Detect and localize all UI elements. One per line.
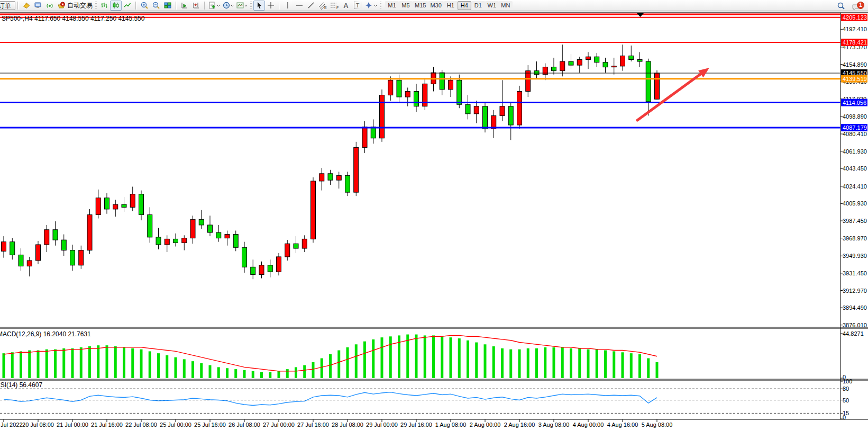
add-indicator-icon bbox=[208, 1, 220, 10]
chart-canvas[interactable]: 4192.4104173.3704154.8904136.4104117.920… bbox=[0, 0, 868, 430]
cursor-tool-button[interactable] bbox=[253, 1, 265, 11]
auto-scroll-button[interactable] bbox=[179, 1, 190, 11]
tile-windows-button[interactable] bbox=[162, 1, 173, 11]
trendline-icon bbox=[307, 1, 315, 10]
terminal-button[interactable] bbox=[32, 1, 44, 11]
vline-tool-button[interactable] bbox=[282, 1, 294, 11]
tab-timeframe-H4[interactable]: H4 bbox=[458, 1, 471, 10]
autotrade-button[interactable]: 自动交易 bbox=[56, 1, 94, 11]
svg-text:4024.410: 4024.410 bbox=[843, 183, 867, 190]
hline-icon bbox=[295, 1, 304, 10]
zoom-out-button[interactable] bbox=[150, 1, 162, 11]
order-button[interactable]: 订单 bbox=[0, 1, 15, 10]
timeframe-group: M1M5M15M30H1H4D1W1MN bbox=[385, 1, 513, 10]
tab-timeframe-W1[interactable]: W1 bbox=[485, 1, 499, 10]
label-tool-icon: T bbox=[354, 2, 362, 9]
channel-letter: E bbox=[324, 6, 327, 10]
toolbar-grip bbox=[250, 2, 252, 10]
zoom-out-icon bbox=[152, 1, 160, 10]
tab-timeframe-D1[interactable]: D1 bbox=[471, 1, 485, 10]
svg-text:27 Jul 16:00: 27 Jul 16:00 bbox=[297, 422, 329, 428]
chart-shift-icon bbox=[192, 1, 200, 10]
period-button[interactable] bbox=[221, 1, 235, 11]
zoom-in-button[interactable] bbox=[139, 1, 150, 11]
trendline-tool-button[interactable] bbox=[305, 1, 317, 11]
toolbar-grip bbox=[380, 2, 381, 10]
bar-chart-icon bbox=[100, 1, 108, 10]
chart-shift-button[interactable] bbox=[190, 1, 202, 11]
svg-text:2 Aug 00:00: 2 Aug 00:00 bbox=[470, 422, 501, 428]
toolbar-right-group: 1 bbox=[835, 1, 865, 11]
svg-text:3949.930: 3949.930 bbox=[843, 253, 867, 259]
add-indicator-button[interactable] bbox=[207, 1, 221, 11]
fibo-letter: F bbox=[336, 6, 339, 10]
tab-timeframe-M5[interactable]: M5 bbox=[399, 1, 413, 10]
crosshair-tool-button[interactable] bbox=[265, 1, 277, 11]
template-button[interactable] bbox=[235, 1, 249, 11]
search-button[interactable] bbox=[835, 1, 847, 11]
candlestick-icon bbox=[112, 1, 120, 10]
svg-text:4043.450: 4043.450 bbox=[843, 165, 867, 172]
svg-text:3987.450: 3987.450 bbox=[843, 218, 867, 224]
signals-button[interactable] bbox=[44, 1, 56, 11]
tab-timeframe-M30[interactable]: M30 bbox=[428, 1, 443, 10]
tab-timeframe-H1[interactable]: H1 bbox=[444, 1, 458, 10]
text-tool-button[interactable]: A bbox=[340, 1, 352, 11]
svg-text:1 Aug 08:00: 1 Aug 08:00 bbox=[435, 422, 467, 428]
equidistant-channel-icon: E bbox=[318, 1, 327, 10]
search-icon bbox=[837, 2, 845, 10]
vline-icon bbox=[284, 1, 292, 10]
svg-text:5 Aug 08:00: 5 Aug 08:00 bbox=[642, 422, 673, 428]
svg-text:3 Aug 08:00: 3 Aug 08:00 bbox=[538, 422, 570, 428]
svg-text:22 Jul 08:00: 22 Jul 08:00 bbox=[125, 422, 157, 428]
autotrade-icon bbox=[57, 1, 66, 10]
new-order-icon bbox=[22, 1, 31, 10]
fibonacci-tool-button[interactable]: F bbox=[328, 1, 340, 11]
svg-text:28 Jul 08:00: 28 Jul 08:00 bbox=[332, 422, 363, 428]
svg-text:25 Jul 00:00: 25 Jul 00:00 bbox=[160, 422, 191, 428]
arrows-tool-button[interactable] bbox=[363, 1, 378, 11]
svg-text:Jul 2022: Jul 2022 bbox=[1, 422, 23, 428]
signals-icon bbox=[45, 1, 54, 10]
toolbar-underline bbox=[0, 12, 868, 13]
label-tool-button[interactable]: T bbox=[352, 1, 363, 11]
hline-tool-button[interactable] bbox=[294, 1, 305, 11]
toolbar-separator bbox=[135, 2, 136, 10]
candlestick-button[interactable] bbox=[110, 1, 122, 11]
notification-count-badge: 1 bbox=[857, 2, 864, 9]
svg-text:3894.490: 3894.490 bbox=[843, 304, 867, 311]
svg-text:27 Jul 00:00: 27 Jul 00:00 bbox=[263, 422, 295, 428]
auto-scroll-icon bbox=[180, 1, 189, 10]
tab-timeframe-MN[interactable]: MN bbox=[499, 1, 513, 10]
svg-text:80: 80 bbox=[843, 386, 849, 392]
new-order-button[interactable] bbox=[21, 1, 32, 11]
svg-text:4 Aug 16:00: 4 Aug 16:00 bbox=[607, 422, 638, 428]
svg-text:50: 50 bbox=[843, 397, 849, 404]
svg-text:3912.970: 3912.970 bbox=[843, 288, 867, 294]
text-tool-icon: A bbox=[343, 2, 348, 10]
clock-icon bbox=[222, 1, 234, 10]
svg-text:4139.519: 4139.519 bbox=[843, 76, 867, 82]
tab-timeframe-M15[interactable]: M15 bbox=[413, 1, 428, 10]
line-chart-button[interactable] bbox=[122, 1, 133, 11]
tile-windows-icon bbox=[163, 1, 172, 10]
svg-text:4098.890: 4098.890 bbox=[843, 113, 867, 120]
svg-text:4 Aug 00:00: 4 Aug 00:00 bbox=[573, 422, 604, 428]
bar-chart-button[interactable] bbox=[98, 1, 110, 11]
tab-timeframe-M1[interactable]: M1 bbox=[385, 1, 399, 10]
crosshair-icon bbox=[267, 1, 275, 10]
line-chart-icon bbox=[123, 1, 132, 10]
svg-text:4192.410: 4192.410 bbox=[843, 26, 867, 32]
svg-text:25 Jul 16:00: 25 Jul 16:00 bbox=[194, 422, 226, 428]
cursor-icon bbox=[255, 1, 263, 10]
toolbar: 订单 自动交易 E F A T M1M5M15M30H1H4D1W1MN 1 bbox=[0, 0, 868, 11]
fibonacci-icon: F bbox=[330, 1, 339, 10]
notifications-button[interactable]: 1 bbox=[851, 1, 865, 11]
toolbar-separator bbox=[176, 2, 177, 10]
svg-text:4080.410: 4080.410 bbox=[843, 131, 867, 137]
svg-text:3968.970: 3968.970 bbox=[843, 235, 867, 241]
channel-tool-button[interactable]: E bbox=[317, 1, 328, 11]
autotrade-label: 自动交易 bbox=[67, 1, 93, 10]
zoom-in-icon bbox=[140, 1, 149, 10]
svg-text:20 Jul 08:00: 20 Jul 08:00 bbox=[22, 422, 54, 428]
